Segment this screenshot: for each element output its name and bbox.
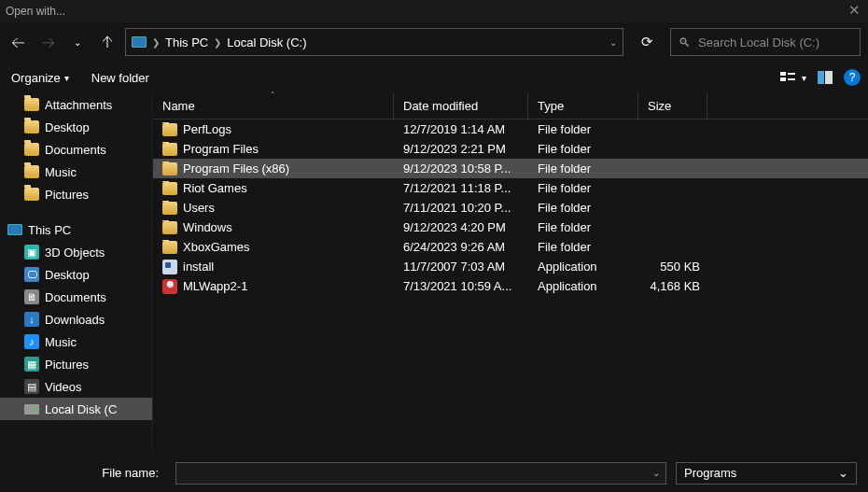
- sidebar-item[interactable]: ↓Downloads: [0, 308, 152, 330]
- svg-rect-4: [818, 71, 824, 84]
- file-row[interactable]: Riot Games 7/12/2021 11:18 P... File fol…: [153, 178, 868, 198]
- view-mode-icon[interactable]: ▾: [780, 71, 806, 84]
- file-type-filter[interactable]: Programs ⌄: [676, 462, 857, 485]
- sort-asc-icon: ˄: [271, 91, 275, 100]
- installer-icon: [162, 260, 177, 274]
- chevron-right-icon[interactable]: ❯: [214, 37, 221, 48]
- sidebar-item[interactable]: Music: [0, 161, 152, 183]
- folder-icon: [24, 143, 39, 156]
- sidebar-item-label: 3D Objects: [45, 246, 105, 260]
- folder-icon: [162, 123, 177, 136]
- svg-rect-1: [780, 77, 786, 81]
- file-date: 9/12/2023 10:58 P...: [394, 162, 528, 176]
- nav-history-dropdown-icon[interactable]: ⌄: [67, 32, 88, 52]
- sidebar-item-label: Desktop: [45, 268, 90, 282]
- close-icon[interactable]: ✕: [848, 2, 861, 19]
- sidebar-item[interactable]: ♪Music: [0, 330, 152, 353]
- new-folder-button[interactable]: New folder: [91, 71, 149, 85]
- svg-rect-0: [780, 72, 786, 76]
- file-date: 9/12/2023 4:20 PM: [394, 220, 528, 234]
- sidebar-item-label: Videos: [45, 380, 82, 394]
- refresh-icon[interactable]: ⟳: [631, 28, 663, 56]
- sidebar-item-label: Pictures: [45, 188, 89, 202]
- sidebar-item[interactable]: ▦Pictures: [0, 353, 152, 375]
- file-row[interactable]: install 11/7/2007 7:03 AM Application 55…: [153, 257, 868, 276]
- file-row[interactable]: PerfLogs 12/7/2019 1:14 AM File folder: [153, 119, 868, 139]
- svg-rect-5: [825, 71, 833, 84]
- doc-icon: 🗎: [24, 289, 39, 304]
- file-name: Windows: [183, 220, 232, 234]
- file-row[interactable]: XboxGames 6/24/2023 9:26 AM File folder: [153, 237, 868, 257]
- search-input[interactable]: 🔍︎ Search Local Disk (C:): [670, 28, 861, 56]
- sidebar-tree: AttachmentsDesktopDocumentsMusicPictures…: [0, 93, 153, 454]
- sidebar-item[interactable]: Attachments: [0, 93, 152, 116]
- folder-icon: [24, 188, 39, 201]
- chevron-down-icon[interactable]: ⌄: [652, 468, 660, 478]
- desktop-icon: 🖵: [24, 267, 39, 282]
- column-header-size[interactable]: Size: [638, 93, 707, 119]
- file-type: File folder: [528, 201, 638, 215]
- folder-icon: [162, 182, 177, 195]
- address-bar[interactable]: ❯ This PC ❯ Local Disk (C:) ⌄: [125, 28, 623, 56]
- sidebar-item[interactable]: 🖵Desktop: [0, 263, 152, 286]
- file-row[interactable]: MLWapp2-1 7/13/2021 10:59 A... Applicati…: [153, 276, 868, 296]
- sidebar-item[interactable]: Desktop: [0, 116, 152, 138]
- sidebar-item-thispc[interactable]: This PC: [0, 218, 152, 241]
- app-icon: [162, 279, 177, 294]
- 3d-icon: ▣: [24, 245, 39, 260]
- file-size: 4,168 KB: [638, 279, 707, 293]
- column-header-date[interactable]: Date modified: [394, 93, 528, 119]
- file-date: 12/7/2019 1:14 AM: [394, 122, 528, 136]
- folder-icon: [24, 98, 39, 111]
- file-type: File folder: [528, 122, 638, 136]
- file-name: install: [183, 260, 214, 274]
- breadcrumb-drive[interactable]: Local Disk (C:): [227, 35, 306, 49]
- sidebar-item-label: Attachments: [45, 98, 112, 112]
- preview-pane-icon[interactable]: [818, 71, 833, 84]
- file-date: 7/11/2021 10:20 P...: [394, 201, 528, 215]
- folder-icon: [162, 221, 177, 234]
- folder-icon: [162, 202, 177, 215]
- folder-icon: [24, 120, 39, 134]
- file-name: Program Files (x86): [183, 162, 289, 176]
- sidebar-item-label: Documents: [45, 143, 106, 157]
- breadcrumb-thispc[interactable]: This PC: [165, 35, 208, 49]
- file-type: File folder: [528, 240, 638, 254]
- nav-up-icon[interactable]: 🡡: [97, 32, 118, 52]
- chevron-right-icon[interactable]: ❯: [152, 37, 160, 48]
- organize-button[interactable]: Organize▾: [11, 71, 69, 85]
- file-type: File folder: [528, 162, 638, 176]
- pc-icon: [132, 36, 147, 48]
- window-title: Open with...: [6, 5, 65, 18]
- file-row[interactable]: Windows 9/12/2023 4:20 PM File folder: [153, 218, 868, 237]
- address-history-icon[interactable]: ⌄: [609, 37, 617, 48]
- file-type: Application: [528, 260, 638, 274]
- file-row[interactable]: Program Files (x86) 9/12/2023 10:58 P...…: [153, 159, 868, 178]
- filename-bar: File name: ⌄ Programs ⌄: [0, 454, 868, 492]
- sidebar-item[interactable]: Local Disk (C: [0, 398, 152, 420]
- nav-forward-icon: 🡢: [37, 32, 58, 52]
- sidebar-item[interactable]: Documents: [0, 138, 152, 161]
- file-size: 550 KB: [638, 260, 707, 274]
- sidebar-item[interactable]: ▣3D Objects: [0, 241, 152, 263]
- sidebar-item-label: Downloads: [45, 313, 105, 327]
- file-name: XboxGames: [183, 240, 250, 254]
- column-header-type[interactable]: Type: [528, 93, 638, 119]
- file-date: 11/7/2007 7:03 AM: [394, 260, 528, 274]
- sidebar-item[interactable]: 🗎Documents: [0, 286, 152, 308]
- file-row[interactable]: Program Files 9/12/2023 2:21 PM File fol…: [153, 139, 868, 159]
- filename-input[interactable]: ⌄: [175, 462, 666, 485]
- filename-label: File name:: [11, 466, 166, 480]
- file-date: 7/12/2021 11:18 P...: [394, 181, 528, 195]
- sidebar-item[interactable]: Pictures: [0, 183, 152, 205]
- file-name: MLWapp2-1: [183, 279, 247, 293]
- sidebar-item[interactable]: ▤Videos: [0, 375, 152, 398]
- file-date: 9/12/2023 2:21 PM: [394, 142, 528, 156]
- column-header-name[interactable]: ˄ Name: [153, 93, 394, 119]
- file-row[interactable]: Users 7/11/2021 10:20 P... File folder: [153, 198, 868, 218]
- main-area: AttachmentsDesktopDocumentsMusicPictures…: [0, 93, 868, 454]
- help-icon[interactable]: ?: [844, 69, 861, 86]
- sidebar-item-label: Music: [45, 335, 77, 349]
- sidebar-item-label: Music: [45, 165, 77, 179]
- nav-back-icon[interactable]: 🡠: [7, 32, 28, 52]
